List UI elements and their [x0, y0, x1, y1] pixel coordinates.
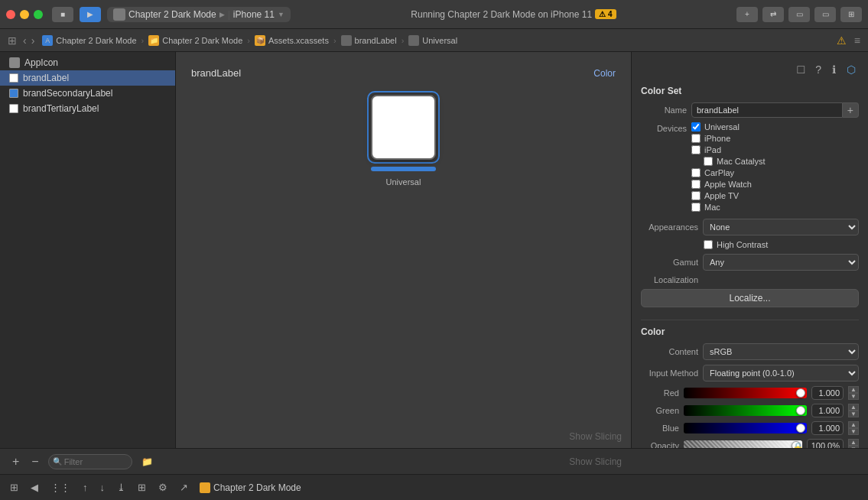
stop-button[interactable]: ■: [52, 7, 73, 22]
green-value[interactable]: [811, 404, 844, 417]
show-slicing-footer-button[interactable]: Show Slicing: [569, 456, 622, 467]
appearances-select[interactable]: None: [703, 219, 859, 235]
sidebar-item-appicon[interactable]: AppIcon: [0, 55, 175, 70]
breadcrumb-forward[interactable]: ›: [30, 34, 37, 47]
input-method-select[interactable]: Floating point (0.0-1.0): [703, 365, 859, 381]
breadcrumb-item-5[interactable]: Universal: [408, 35, 457, 46]
carplay-label: CarPlay: [704, 168, 734, 177]
columns-button[interactable]: ⋮⋮: [47, 480, 74, 495]
blue-stepper-down[interactable]: ▼: [848, 428, 859, 435]
panel-add-icon[interactable]: □: [795, 61, 808, 78]
breadcrumb-nav-grid[interactable]: ⊞: [6, 34, 18, 47]
breadcrumb-label-4: brandLabel: [355, 36, 397, 45]
gamut-row: Gamut Any: [641, 254, 859, 271]
localize-button[interactable]: Localize...: [641, 289, 859, 307]
carplay-checkbox[interactable]: [691, 168, 701, 177]
opacity-slider[interactable]: 🔒: [684, 440, 802, 448]
download-alt-button[interactable]: ⤓: [113, 480, 129, 495]
name-row: Name +: [641, 102, 859, 118]
close-button[interactable]: [6, 10, 15, 19]
tools-button[interactable]: ⚙: [154, 480, 171, 495]
scheme-icon: [113, 8, 125, 21]
opacity-label: Opacity: [641, 441, 679, 448]
opacity-slider-thumb: 🔒: [792, 441, 801, 448]
add-tab-button[interactable]: +: [736, 7, 758, 22]
universal-checkbox[interactable]: [691, 122, 701, 131]
title-bar: ■ ▶ Chapter 2 Dark Mode ▶ | iPhone 11 ▼ …: [0, 0, 868, 29]
iphone-checkbox-row: iPhone: [691, 134, 859, 143]
universal-color-swatch[interactable]: [371, 95, 436, 160]
devices-row: Devices Universal iPhone iPad Mac Cataly…: [641, 122, 859, 214]
green-stepper-down[interactable]: ▼: [848, 411, 859, 417]
red-value[interactable]: [811, 386, 844, 400]
minimize-button[interactable]: [20, 10, 29, 19]
breadcrumb-item-3[interactable]: 📦 Assets.xcassets: [255, 35, 329, 46]
sidebar-item-brandsecondarylabel[interactable]: brandSecondaryLabel: [0, 86, 175, 101]
panel-info-icon[interactable]: ℹ: [829, 61, 839, 78]
mac-catalyst-checkbox[interactable]: [704, 157, 713, 166]
name-input[interactable]: [691, 102, 843, 118]
panel-help-icon[interactable]: ?: [812, 61, 824, 78]
blue-value[interactable]: [811, 421, 844, 435]
blue-slider[interactable]: [684, 423, 807, 433]
breadcrumb-icon-3: 📦: [255, 35, 265, 46]
opacity-stepper[interactable]: ▲ ▼: [848, 439, 859, 448]
breadcrumb-item-1[interactable]: A Chapter 2 Dark Mode: [42, 35, 136, 46]
inspector-toggle[interactable]: ▭: [814, 7, 836, 22]
canvas-color-button[interactable]: Color: [593, 67, 616, 79]
grid-button[interactable]: ⊞: [134, 480, 150, 495]
view-toggle[interactable]: ⊞: [840, 7, 862, 22]
share-button[interactable]: ↗: [176, 480, 192, 495]
gamut-select[interactable]: Any: [703, 254, 859, 271]
iphone-checkbox[interactable]: [691, 134, 701, 143]
breadcrumb-item-2[interactable]: 📁 Chapter 2 Dark Mode: [148, 35, 242, 46]
red-stepper-up[interactable]: ▲: [848, 386, 859, 393]
blue-stepper-up[interactable]: ▲: [848, 421, 859, 428]
panel-link-icon[interactable]: ⬡: [844, 61, 859, 78]
remove-asset-button[interactable]: −: [28, 453, 41, 470]
back-button[interactable]: ◀: [27, 480, 42, 495]
layout-button[interactable]: ▭: [788, 7, 810, 22]
high-contrast-checkbox[interactable]: [704, 240, 713, 249]
ipad-checkbox[interactable]: [691, 145, 701, 154]
red-stepper-down[interactable]: ▼: [848, 393, 859, 400]
breadcrumb-back[interactable]: ‹: [21, 34, 28, 47]
download-button[interactable]: ↓: [96, 480, 109, 495]
warning-badge[interactable]: ⚠ 4: [595, 9, 616, 19]
blue-stepper[interactable]: ▲ ▼: [848, 421, 859, 435]
green-stepper[interactable]: ▲ ▼: [848, 404, 859, 417]
name-plus-button[interactable]: +: [843, 102, 859, 118]
red-slider[interactable]: [684, 388, 807, 398]
sidebar-item-brandtertiarylabel[interactable]: brandTertiaryLabel: [0, 101, 175, 116]
sidebar-toggle-button[interactable]: ⊞: [6, 480, 22, 495]
navigator-toggle[interactable]: ⇄: [762, 7, 784, 22]
mac-checkbox[interactable]: [691, 203, 701, 212]
swatch-label-bar: [371, 167, 436, 171]
apple-tv-checkbox[interactable]: [691, 191, 701, 200]
breadcrumb-settings-icon[interactable]: ≡: [853, 34, 862, 47]
add-group-button[interactable]: 📁: [138, 455, 156, 469]
blue-slider-row: Blue ▲ ▼: [641, 421, 859, 435]
title-bar-center: Running Chapter 2 Dark Mode on iPhone 11…: [297, 9, 730, 20]
green-slider[interactable]: [684, 405, 807, 416]
content-select[interactable]: sRGB: [703, 343, 859, 360]
show-slicing-button[interactable]: Show Slicing: [569, 431, 622, 442]
mac-label: Mac: [704, 203, 720, 212]
panel-bottom-bar: [631, 448, 868, 474]
sidebar-item-brandlabel[interactable]: brandLabel: [0, 70, 175, 86]
red-stepper[interactable]: ▲ ▼: [848, 386, 859, 400]
breadcrumb-item-4[interactable]: brandLabel: [341, 35, 397, 46]
breadcrumb-warning-icon[interactable]: ⚠: [835, 34, 848, 47]
opacity-value[interactable]: [807, 439, 844, 448]
green-stepper-up[interactable]: ▲: [848, 404, 859, 411]
opacity-stepper-up[interactable]: ▲: [848, 439, 859, 446]
fullscreen-button[interactable]: [34, 10, 43, 19]
add-asset-button[interactable]: +: [9, 453, 22, 470]
divider-1: [641, 320, 859, 320]
run-button[interactable]: ▶: [80, 7, 101, 22]
high-contrast-label: High Contrast: [717, 240, 768, 249]
scheme-selector[interactable]: Chapter 2 Dark Mode ▶ | iPhone 11 ▼: [107, 7, 291, 22]
input-method-label: Input Method: [641, 369, 698, 378]
apple-watch-checkbox[interactable]: [691, 180, 701, 189]
upload-button[interactable]: ↑: [79, 480, 92, 495]
